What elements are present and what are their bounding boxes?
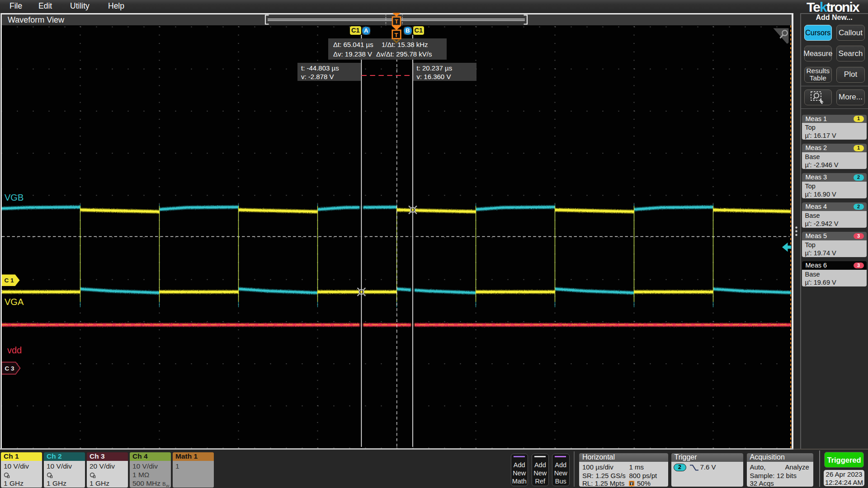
svg-text:C 3: C 3 — [5, 365, 14, 372]
svg-text:T: T — [395, 18, 398, 25]
svg-text:T: T — [630, 482, 633, 486]
svg-text:T: T — [394, 32, 398, 38]
svg-text:C 1: C 1 — [4, 277, 14, 284]
